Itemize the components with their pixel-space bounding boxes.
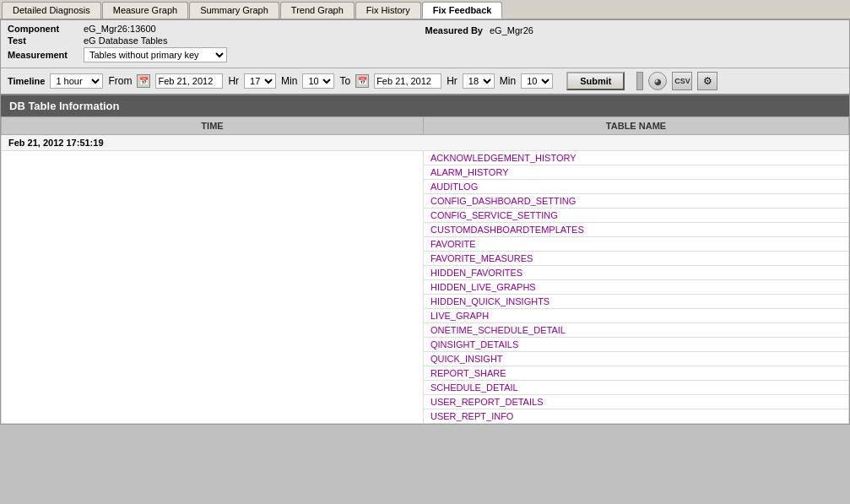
table-container: TIME TABLE NAME Feb 21, 2012 17:51:19ACK…	[1, 117, 849, 424]
component-label: Component	[8, 24, 84, 34]
graph-icon-btn[interactable]: ◕	[648, 72, 667, 90]
tab-measure-graph[interactable]: Measure Graph	[102, 2, 188, 19]
date-row: Feb 21, 2012 17:51:19	[2, 135, 849, 151]
tab-fix-history[interactable]: Fix History	[355, 2, 421, 19]
measured-by-value: eG_Mgr26	[490, 25, 533, 35]
table-name-cell: QINSIGHT_DETAILS	[424, 338, 849, 352]
main-container: Component eG_Mgr26:13600 Test eG Databas…	[0, 19, 850, 425]
hr-from-select[interactable]: 17	[244, 73, 276, 89]
submit-button[interactable]: Submit	[566, 72, 625, 90]
test-value: eG Database Tables	[84, 35, 167, 46]
info-right: Measured By eG_Mgr26	[425, 24, 843, 64]
measurement-label: Measurement	[8, 50, 84, 60]
info-panel: Component eG_Mgr26:13600 Test eG Databas…	[1, 20, 849, 68]
table-name-cell: FAVORITE_MEASURES	[424, 252, 849, 266]
test-label: Test	[8, 35, 84, 46]
table-name-cell: QUICK_INSIGHT	[424, 352, 849, 366]
duration-select[interactable]: 1 hour 2 hours 4 hours 8 hours	[50, 73, 103, 89]
table-name-cell: HIDDEN_LIVE_GRAPHS	[424, 280, 849, 295]
tab-detailed-diagnosis[interactable]: Detailed Diagnosis	[2, 2, 101, 19]
to-label: To	[339, 75, 350, 87]
settings-icon-btn[interactable]: ⚙	[697, 72, 717, 90]
tab-summary-graph[interactable]: Summary Graph	[189, 2, 279, 19]
col-name-header: TABLE NAME	[424, 117, 849, 135]
table-name-cell: CUSTOMDASHBOARDTEMPLATES	[424, 223, 849, 237]
hr-from-label: Hr	[228, 75, 239, 87]
settings-icon: ⚙	[703, 75, 712, 87]
info-left: Component eG_Mgr26:13600 Test eG Databas…	[8, 24, 425, 64]
table-name-cell: HIDDEN_QUICK_INSIGHTS	[424, 295, 849, 309]
from-date-input[interactable]	[155, 73, 223, 89]
table-name-cell: SCHEDULE_DETAIL	[424, 381, 849, 395]
table-name-cell: CONFIG_SERVICE_SETTING	[424, 209, 849, 223]
tab-fix-feedback[interactable]: Fix Feedback	[422, 2, 503, 19]
to-date-input[interactable]	[374, 73, 441, 89]
table-name-cell: CONFIG_DASHBOARD_SETTING	[424, 194, 849, 209]
app-container: Detailed Diagnosis Measure Graph Summary…	[0, 0, 850, 425]
table-row: ACKNOWLEDGEMENT_HISTORY	[2, 151, 849, 165]
hr-to-label: Hr	[447, 75, 457, 87]
component-value: eG_Mgr26:13600	[84, 24, 156, 34]
table-name-cell: FAVORITE	[424, 237, 849, 252]
graph-icon: ◕	[654, 77, 662, 86]
table-name-cell: ACKNOWLEDGEMENT_HISTORY	[424, 151, 849, 165]
min-to-label: Min	[500, 75, 516, 87]
from-calendar-icon[interactable]: 📅	[137, 74, 150, 88]
timeline-label: Timeline	[8, 76, 45, 86]
tab-trend-graph[interactable]: Trend Graph	[280, 2, 355, 19]
table-name-cell: ALARM_HISTORY	[424, 165, 849, 180]
test-row: Test eG Database Tables	[8, 35, 425, 46]
table-name-cell: HIDDEN_FAVORITES	[424, 266, 849, 280]
csv-icon-btn[interactable]: CSV	[672, 72, 692, 90]
data-table: TIME TABLE NAME Feb 21, 2012 17:51:19ACK…	[1, 117, 849, 424]
table-name-cell: ONETIME_SCHEDULE_DETAIL	[424, 323, 849, 338]
table-name-cell: REPORT_SHARE	[424, 366, 849, 381]
min-to-select[interactable]: 10	[521, 73, 553, 89]
measured-by-label: Measured By	[425, 25, 483, 35]
table-name-cell: AUDITLOG	[424, 180, 849, 194]
min-from-select[interactable]: 10	[302, 73, 334, 89]
table-name-cell: USER_REPT_INFO	[424, 409, 849, 424]
section-header: DB Table Information	[1, 95, 849, 117]
min-from-label: Min	[281, 75, 297, 87]
separator	[636, 72, 643, 90]
component-row: Component eG_Mgr26:13600	[8, 24, 425, 34]
to-calendar-icon[interactable]: 📅	[355, 74, 369, 88]
tabs-bar: Detailed Diagnosis Measure Graph Summary…	[0, 0, 850, 19]
measurement-select[interactable]: Tables without primary key	[84, 47, 227, 62]
time-cell	[2, 151, 424, 424]
timeline-row: Timeline 1 hour 2 hours 4 hours 8 hours …	[1, 68, 849, 95]
from-label: From	[108, 75, 132, 87]
measurement-row: Measurement Tables without primary key	[8, 47, 425, 62]
hr-to-select[interactable]: 18	[463, 73, 495, 89]
table-name-cell: USER_REPORT_DETAILS	[424, 395, 849, 409]
col-time-header: TIME	[2, 117, 424, 135]
table-name-cell: LIVE_GRAPH	[424, 309, 849, 323]
